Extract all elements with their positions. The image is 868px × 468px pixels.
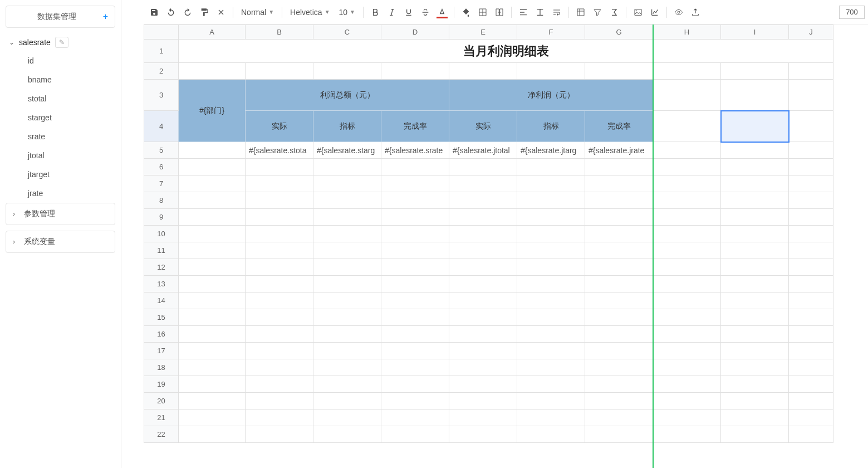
cell-H18[interactable] [653,359,721,376]
cell-J12[interactable] [789,259,833,276]
cell-I21[interactable] [721,410,789,426]
cell-E19[interactable] [449,376,517,393]
cell-E11[interactable] [449,242,517,259]
cell-A21[interactable] [179,410,246,426]
cell-H9[interactable] [653,209,721,226]
cell-B2[interactable] [246,63,313,80]
cell-H12[interactable] [653,259,721,276]
cell-G9[interactable] [585,209,653,226]
cell-C13[interactable] [313,276,381,292]
chart-icon[interactable] [648,5,662,20]
col-header-A[interactable]: A [179,25,246,40]
cell-C18[interactable] [313,359,381,376]
cell-D15[interactable] [381,309,449,326]
cell-I6[interactable] [721,159,789,176]
cell-B22[interactable] [246,426,313,443]
cell-J7[interactable] [789,176,833,192]
row-header-19[interactable]: 19 [144,376,179,393]
col-header-F[interactable]: F [517,25,585,40]
cell-J13[interactable] [789,276,833,292]
spreadsheet[interactable]: ABCDEFGHIJ1当月利润明细表23#{部门}利润总额（元）净利润（元）4实… [144,25,868,468]
cell-H7[interactable] [653,176,721,192]
cell-F9[interactable] [517,209,585,226]
cell-E17[interactable] [449,343,517,359]
field-item[interactable]: stotal [28,89,115,108]
cell-C14[interactable] [313,292,381,309]
cell-G14[interactable] [585,292,653,309]
cell-F7[interactable] [517,176,585,192]
cell-E16[interactable] [449,326,517,343]
cell-J19[interactable] [789,376,833,393]
export-icon[interactable] [688,5,703,20]
cell-E22[interactable] [449,426,517,443]
cell-B14[interactable] [246,292,313,309]
cell-H14[interactable] [653,292,721,309]
col-header-H[interactable]: H [653,25,721,40]
cell-E8[interactable] [449,192,517,209]
cell-F10[interactable] [517,226,585,242]
row-header-4[interactable]: 4 [144,111,179,142]
cell-J3[interactable] [789,80,833,111]
italic-icon[interactable] [385,5,399,20]
undo-icon[interactable] [164,5,178,20]
cell-J10[interactable] [789,226,833,242]
cell-D18[interactable] [381,359,449,376]
cell-J6[interactable] [789,159,833,176]
cell-B13[interactable] [246,276,313,292]
cell-B12[interactable] [246,259,313,276]
cell-J9[interactable] [789,209,833,226]
cell-I19[interactable] [721,376,789,393]
cell-A10[interactable] [179,226,246,242]
cell-G11[interactable] [585,242,653,259]
cell-A8[interactable] [179,192,246,209]
cell-D10[interactable] [381,226,449,242]
cell-I10[interactable] [721,226,789,242]
cell-D12[interactable] [381,259,449,276]
cell-I14[interactable] [721,292,789,309]
cell-F12[interactable] [517,259,585,276]
cell-J20[interactable] [789,393,833,410]
formula-cell-0[interactable]: #{salesrate.stota [246,142,313,159]
cell-F13[interactable] [517,276,585,292]
cell-A12[interactable] [179,259,246,276]
cell-J2[interactable] [789,63,833,80]
add-dataset-icon[interactable]: + [103,12,108,22]
cell-I12[interactable] [721,259,789,276]
cell-A22[interactable] [179,426,246,443]
formula-icon[interactable] [607,5,621,20]
cell-C17[interactable] [313,343,381,359]
cell-A15[interactable] [179,309,246,326]
dept-header[interactable]: #{部门} [179,80,246,142]
sub-header-3[interactable]: 实际 [449,111,517,142]
cell-E20[interactable] [449,393,517,410]
cell-E2[interactable] [449,63,517,80]
cell-E9[interactable] [449,209,517,226]
cell-D22[interactable] [381,426,449,443]
cell-C21[interactable] [313,410,381,426]
row-header-5[interactable]: 5 [144,142,179,159]
row-header-8[interactable]: 8 [144,192,179,209]
cell-B21[interactable] [246,410,313,426]
cell-E10[interactable] [449,226,517,242]
cell-A9[interactable] [179,209,246,226]
cell-F22[interactable] [517,426,585,443]
cell-A17[interactable] [179,343,246,359]
sub-header-2[interactable]: 完成率 [381,111,449,142]
cell-E7[interactable] [449,176,517,192]
row-header-21[interactable]: 21 [144,410,179,426]
cell-F20[interactable] [517,393,585,410]
cell-F16[interactable] [517,326,585,343]
cell-B17[interactable] [246,343,313,359]
cell-F8[interactable] [517,192,585,209]
redo-icon[interactable] [180,5,195,20]
row-header-13[interactable]: 13 [144,276,179,292]
cell-C6[interactable] [313,159,381,176]
cell-E18[interactable] [449,359,517,376]
cell-H2[interactable] [653,63,721,80]
cell-H16[interactable] [653,326,721,343]
cell-C8[interactable] [313,192,381,209]
cell-G16[interactable] [585,326,653,343]
cell-E14[interactable] [449,292,517,309]
row-header-12[interactable]: 12 [144,259,179,276]
cell-D7[interactable] [381,176,449,192]
